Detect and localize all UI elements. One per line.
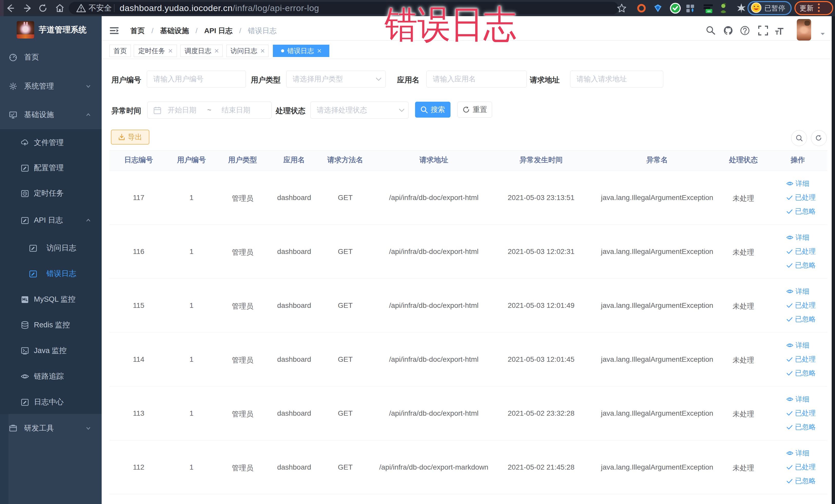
svg-text:on: on — [707, 9, 711, 13]
